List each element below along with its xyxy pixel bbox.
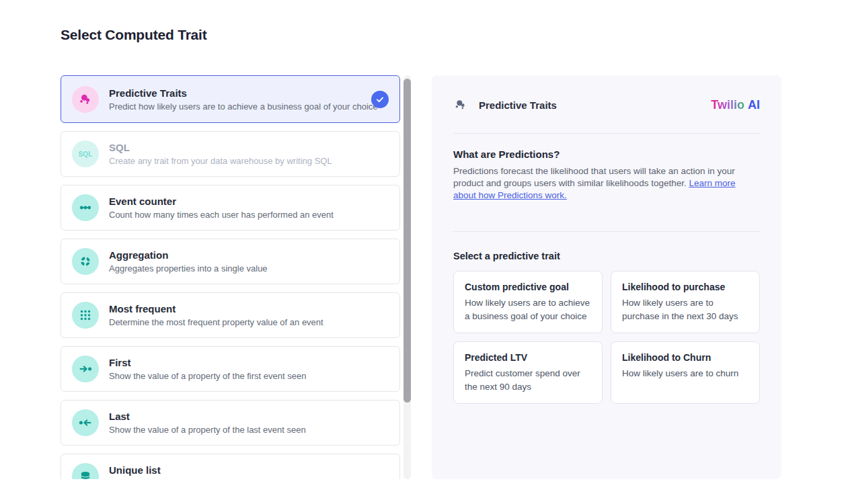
about-predictions-heading: What are Predictions? [453, 149, 760, 160]
trait-option-description-clipped [109, 478, 161, 479]
trait-option-description: Determine the most frequent property val… [109, 317, 323, 328]
card-likelihood-to-purchase[interactable]: Likelihood to purchase How likely users … [611, 271, 760, 333]
cluster-icon-grey [453, 97, 468, 112]
trait-option-last[interactable]: Last Show the value of a property of the… [61, 400, 400, 446]
trait-option-description: Count how many times each user has perfo… [109, 209, 334, 220]
trait-option-first[interactable]: First Show the value of a property of th… [61, 346, 400, 392]
trait-option-description: Predict how likely users are to achieve … [109, 101, 378, 112]
card-title: Likelihood to Churn [622, 351, 748, 364]
list-scrollbar-thumb[interactable] [403, 79, 411, 403]
page-title: Select Computed Trait [61, 27, 207, 43]
select-predictive-trait-heading: Select a predictive trait [453, 251, 760, 261]
trait-type-list: Predictive Traits Predict how likely use… [61, 75, 400, 479]
twilio-ai-logo: TwilioAI [711, 98, 760, 112]
trait-option-description: Aggregates properties into a single valu… [109, 263, 268, 274]
card-predicted-ltv[interactable]: Predicted LTV Predict customer spend ove… [453, 341, 603, 404]
card-description: How likely users are to churn [622, 367, 748, 380]
about-predictions-body: Predictions forecast the likelihood that… [453, 165, 756, 202]
predictive-traits-detail-panel: Predictive Traits TwilioAI What are Pred… [432, 75, 781, 479]
gear-ring-icon [72, 248, 99, 275]
database-icon [72, 463, 99, 479]
trait-option-title: Unique list [109, 464, 161, 476]
trait-option-predictive-traits[interactable]: Predictive Traits Predict how likely use… [61, 75, 400, 123]
trait-option-title: Event counter [109, 195, 334, 208]
list-scrollbar-track[interactable] [403, 75, 411, 479]
card-likelihood-to-churn[interactable]: Likelihood to Churn How likely users are… [611, 341, 760, 404]
cluster-icon [72, 86, 99, 113]
dot-grid-icon [72, 302, 99, 329]
twilio-wordmark: Twilio [711, 98, 744, 112]
ai-wordmark: AI [748, 98, 760, 112]
arrow-to-dot-icon [72, 355, 99, 382]
trait-option-title: Last [109, 410, 306, 423]
selected-check-icon [371, 91, 389, 108]
trait-option-aggregation[interactable]: Aggregation Aggregates properties into a… [61, 239, 400, 284]
trait-option-description: Show the value of a property of the firs… [109, 370, 306, 382]
card-description: How likely users are to purchase in the … [622, 296, 748, 323]
beads-icon [72, 194, 99, 221]
arrow-from-dot-icon [72, 409, 99, 436]
trait-option-title: SQL [109, 141, 332, 154]
card-title: Likelihood to purchase [622, 281, 748, 293]
trait-option-unique-list[interactable]: Unique list [61, 454, 400, 479]
trait-option-title: Aggregation [109, 249, 268, 261]
card-description: Predict customer spend over the next 90 … [465, 367, 591, 394]
detail-panel-title: Predictive Traits [479, 99, 557, 111]
detail-panel-header: Predictive Traits TwilioAI [453, 95, 760, 114]
section-divider [453, 231, 760, 232]
trait-option-most-frequent[interactable]: Most frequent Determine the most frequen… [61, 292, 400, 338]
trait-option-title: Predictive Traits [109, 87, 378, 99]
header-divider [453, 133, 760, 134]
trait-option-title: Most frequent [109, 302, 323, 315]
predictive-trait-card-grid: Custom predictive goal How likely users … [453, 271, 760, 404]
card-description: How likely users are to achieve a busine… [465, 296, 591, 323]
card-title: Custom predictive goal [465, 281, 591, 293]
trait-option-event-counter[interactable]: Event counter Count how many times each … [61, 185, 400, 230]
trait-option-sql[interactable]: SQL SQL Create any trait from your data … [61, 131, 400, 177]
trait-option-title: First [109, 356, 306, 369]
sql-icon: SQL [72, 140, 99, 167]
trait-option-description: Create any trait from your data warehous… [109, 155, 332, 167]
trait-option-description: Show the value of a property of the last… [109, 424, 306, 435]
card-title: Predicted LTV [465, 351, 591, 364]
card-custom-predictive-goal[interactable]: Custom predictive goal How likely users … [453, 271, 603, 333]
